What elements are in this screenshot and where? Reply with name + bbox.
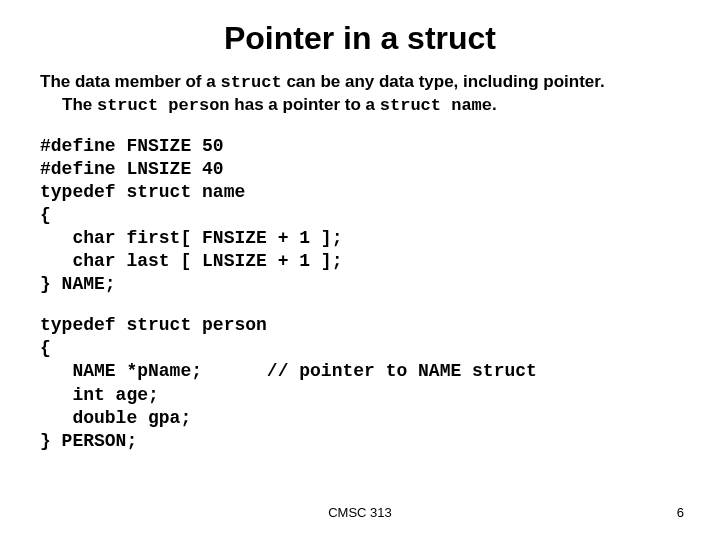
footer-page-number: 6 [677,505,684,520]
desc-code: struct name [380,96,492,115]
description: The data member of a struct can be any d… [40,71,680,117]
slide-title: Pointer in a struct [40,20,680,57]
slide: Pointer in a struct The data member of a… [0,0,720,540]
desc-text: The [62,95,97,114]
desc-text: The data member of a [40,72,220,91]
code-block-name-struct: #define FNSIZE 50 #define LNSIZE 40 type… [40,135,680,296]
desc-text: . [492,95,497,114]
desc-code: struct person [97,96,230,115]
desc-text: has a pointer to a [230,95,380,114]
footer-course: CMSC 313 [0,505,720,520]
desc-text: can be any data type, including pointer. [282,72,605,91]
desc-code: struct [220,73,281,92]
code-block-person-struct: typedef struct person { NAME *pName; // … [40,314,680,452]
